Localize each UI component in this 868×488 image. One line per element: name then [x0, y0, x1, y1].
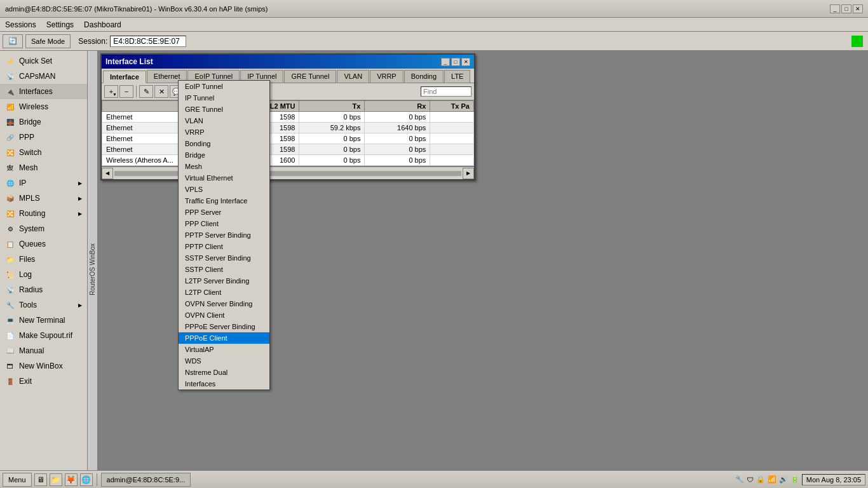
add-button[interactable]: + ▼ [104, 85, 118, 98]
sidebar-item-make-supout[interactable]: 📄 Make Supout.rif [0, 328, 87, 343]
scroll-track[interactable] [114, 171, 461, 176]
taskbar-icon-1[interactable]: 🖥 [34, 473, 47, 486]
dropdown-sstp-client[interactable]: SSTP Client [179, 264, 269, 275]
title-bar: admin@E4:8D:8C:5E:9E:07 (MikroTiknabire0… [0, 0, 868, 18]
dropdown-sstp-server[interactable]: SSTP Server Binding [179, 252, 269, 264]
dropdown-eoip-tunnel[interactable]: EoIP Tunnel [179, 81, 269, 92]
sidebar-item-radius[interactable]: 📡 Radius [0, 282, 87, 297]
menu-dashboard[interactable]: Dashboard [81, 19, 124, 30]
menu-sessions[interactable]: Sessions [3, 19, 39, 30]
sidebar-item-capsman[interactable]: 📡 CAPsMAN [0, 69, 87, 84]
cell-txpa [430, 155, 474, 166]
tab-vrrp[interactable]: VRRP [370, 70, 403, 83]
taskbar-icon-2[interactable]: 📁 [50, 473, 62, 486]
dropdown-ip-tunnel[interactable]: IP Tunnel [179, 92, 269, 104]
dropdown-vlan[interactable]: VLAN [179, 115, 269, 126]
window-maximize-button[interactable]: □ [451, 58, 460, 66]
dropdown-vrrp[interactable]: VRRP [179, 126, 269, 138]
find-input[interactable] [421, 86, 471, 97]
dropdown-ovpn-client[interactable]: OVPN Client [179, 309, 269, 321]
dropdown-pppoe-client[interactable]: PPPoE Client [179, 332, 269, 344]
col-header-type[interactable] [102, 101, 189, 112]
col-header-rx[interactable]: Rx [365, 101, 430, 112]
tab-lte[interactable]: LTE [444, 70, 470, 83]
taskbar-icon-3[interactable]: 🦊 [65, 473, 78, 486]
table-row[interactable]: Ethernet 1598 0 bps 0 bps [102, 144, 474, 155]
sidebar-item-mesh[interactable]: 🕸 Mesh [0, 160, 87, 175]
sidebar-item-new-winbox[interactable]: 🗔 New WinBox [0, 358, 87, 374]
table-row[interactable]: Ethernet 1598 59.2 kbps 1640 bps [102, 123, 474, 133]
dropdown-nstreme-dual[interactable]: Nstreme Dual [179, 367, 269, 378]
sidebar-item-mpls[interactable]: 📦 MPLS ▶ [0, 191, 87, 206]
table-row[interactable]: Ethernet 1598 0 bps 0 bps [102, 133, 474, 144]
scroll-left-button[interactable]: ◀ [102, 168, 113, 179]
sidebar-item-quick-set[interactable]: ⚡ Quick Set [0, 53, 87, 69]
dropdown-virtual-ethernet[interactable]: Virtual Ethernet [179, 172, 269, 184]
sidebar-item-files[interactable]: 📁 Files [0, 252, 87, 267]
sidebar-item-ip[interactable]: 🌐 IP ▶ [0, 175, 87, 191]
window-close-button[interactable]: ✕ [461, 58, 470, 66]
dropdown-virtualap[interactable]: VirtualAP [179, 344, 269, 355]
table-row[interactable]: Ethernet 1598 0 bps 0 bps [102, 112, 474, 123]
sidebar-item-system[interactable]: ⚙ System [0, 221, 87, 236]
tab-gre-tunnel[interactable]: GRE Tunnel [284, 70, 336, 83]
connection-indicator [851, 36, 863, 47]
dropdown-pptp-client[interactable]: PPTP Client [179, 241, 269, 252]
sidebar-item-wireless[interactable]: 📶 Wireless [0, 99, 87, 114]
sidebar-item-routing[interactable]: 🔀 Routing ▶ [0, 206, 87, 221]
refresh-button[interactable]: 🔄 [3, 34, 23, 48]
sidebar-item-manual[interactable]: 📖 Manual [0, 343, 87, 358]
window-minimize-button[interactable]: _ [441, 58, 450, 66]
taskbar-icon-4[interactable]: 🌐 [80, 473, 93, 486]
dropdown-ppp-client[interactable]: PPP Client [179, 218, 269, 229]
close-button[interactable]: ✕ [853, 4, 863, 13]
tab-vlan[interactable]: VLAN [337, 70, 369, 83]
sidebar-item-exit[interactable]: 🚪 Exit [0, 374, 87, 389]
tab-bonding[interactable]: Bonding [404, 70, 444, 83]
minimize-button[interactable]: _ [830, 4, 840, 13]
sidebar-label-files: Files [19, 255, 35, 264]
dropdown-wds[interactable]: WDS [179, 355, 269, 367]
sidebar-item-queues[interactable]: 📋 Queues [0, 236, 87, 252]
dropdown-bridge[interactable]: Bridge [179, 149, 269, 161]
dropdown-bonding[interactable]: Bonding [179, 138, 269, 149]
ip-arrow: ▶ [78, 180, 82, 186]
sidebar-item-switch[interactable]: 🔀 Switch [0, 145, 87, 160]
routing-arrow: ▶ [78, 211, 82, 217]
dropdown-ppp-server[interactable]: PPP Server [179, 207, 269, 218]
interface-table: L2 MTU Tx Rx Tx Pa Ethernet 1598 0 bps [102, 100, 474, 166]
dropdown-interfaces[interactable]: Interfaces [179, 378, 269, 390]
sidebar-item-ppp[interactable]: 🔗 PPP [0, 130, 87, 145]
scroll-right-button[interactable]: ▶ [463, 168, 474, 179]
col-header-txpa[interactable]: Tx Pa [430, 101, 474, 112]
window-title-bar: Interface List _ □ ✕ [102, 55, 474, 69]
menu-settings[interactable]: Settings [44, 19, 76, 30]
dropdown-vpls[interactable]: VPLS [179, 184, 269, 195]
maximize-button[interactable]: □ [841, 4, 851, 13]
dropdown-l2tp-client[interactable]: L2TP Client [179, 287, 269, 298]
dropdown-pppoe-server[interactable]: PPPoE Server Binding [179, 321, 269, 332]
dropdown-l2tp-server[interactable]: L2TP Server Binding [179, 275, 269, 287]
remove-button[interactable]: − [119, 85, 133, 98]
dropdown-pptp-server[interactable]: PPTP Server Binding [179, 229, 269, 241]
disable-button[interactable]: ✕ [154, 85, 168, 98]
sidebar-item-tools[interactable]: 🔧 Tools ▶ [0, 297, 87, 313]
window-title-controls: _ □ ✕ [441, 58, 470, 66]
table-container[interactable]: L2 MTU Tx Rx Tx Pa Ethernet 1598 0 bps [102, 100, 474, 166]
dropdown-gre-tunnel[interactable]: GRE Tunnel [179, 104, 269, 115]
dropdown-mesh[interactable]: Mesh [179, 161, 269, 172]
taskbar-menu-button[interactable]: Menu [3, 473, 32, 487]
sidebar-item-interfaces[interactable]: 🔌 Interfaces [0, 84, 87, 99]
col-header-tx[interactable]: Tx [299, 101, 365, 112]
sidebar-item-new-terminal[interactable]: 💻 New Terminal [0, 313, 87, 328]
dropdown-ovpn-server[interactable]: OVPN Server Binding [179, 298, 269, 309]
toolbar: 🔄 Safe Mode Session: E4:8D:8C:5E:9E:07 [0, 32, 868, 51]
sidebar-item-bridge[interactable]: 🌉 Bridge [0, 114, 87, 130]
tab-interface[interactable]: Interface [103, 71, 146, 83]
dropdown-traffic-eng[interactable]: Traffic Eng Interface [179, 195, 269, 207]
edit-button[interactable]: ✎ [139, 85, 153, 98]
sidebar-item-log[interactable]: 📜 Log [0, 267, 87, 282]
safe-mode-button[interactable]: Safe Mode [25, 34, 71, 48]
table-row[interactable]: Wireless (Atheros A... 1600 0 bps 0 bps [102, 155, 474, 166]
taskbar-window-item[interactable]: admin@E4:8D:8C:5E:9... [101, 473, 191, 487]
